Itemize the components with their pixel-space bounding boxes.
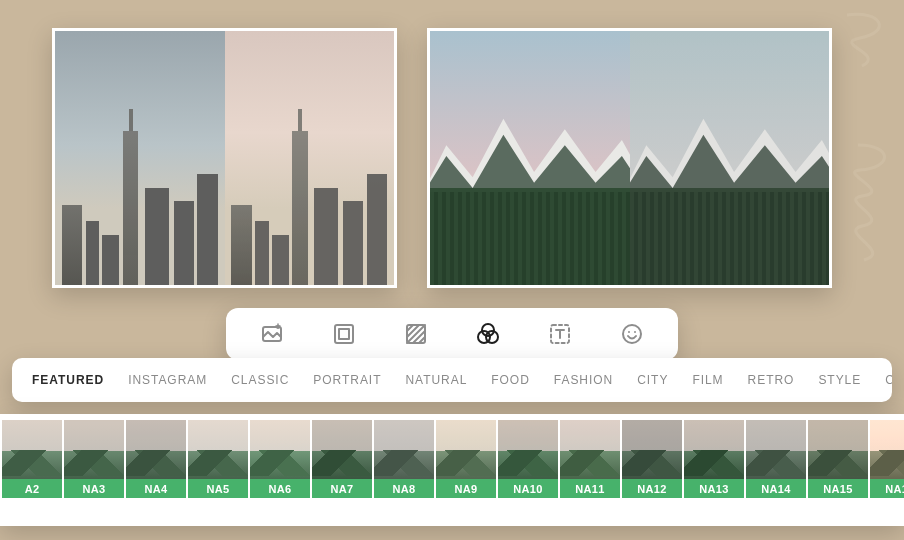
preview-mountain-before — [430, 31, 630, 285]
filter-thumb-na5[interactable]: NA5 — [188, 420, 248, 498]
svg-point-13 — [623, 325, 641, 343]
category-city[interactable]: CITY — [637, 373, 668, 387]
tool-toolbar — [226, 308, 678, 360]
filter-label: NA15 — [808, 479, 868, 498]
filter-label: NA9 — [436, 479, 496, 498]
decoration-squiggle — [848, 140, 898, 270]
filter-label: NA10 — [498, 479, 558, 498]
frame-icon[interactable] — [330, 320, 358, 348]
category-bar: FEATUREDINSTAGRAMCLASSICPORTRAITNATURALF… — [12, 358, 892, 402]
filter-thumb-na15[interactable]: NA15 — [808, 420, 868, 498]
filter-label: NA11 — [560, 479, 620, 498]
category-featured[interactable]: FEATURED — [32, 373, 104, 387]
preview-city: BEFORE AFTER — [52, 28, 397, 288]
filter-label: NA4 — [126, 479, 186, 498]
filters-icon[interactable] — [474, 320, 502, 348]
filter-strip: A2NA3NA4NA5NA6NA7NA8NA9NA10NA11NA12NA13N… — [0, 414, 904, 526]
category-natural[interactable]: NATURAL — [405, 373, 467, 387]
filter-thumb-na7[interactable]: NA7 — [312, 420, 372, 498]
filter-label: NA13 — [684, 479, 744, 498]
texture-icon[interactable] — [402, 320, 430, 348]
category-instagram[interactable]: INSTAGRAM — [128, 373, 207, 387]
filter-thumb-na13[interactable]: NA13 — [684, 420, 744, 498]
filter-thumb-na6[interactable]: NA6 — [250, 420, 310, 498]
category-classic[interactable]: CLASSIC — [231, 373, 289, 387]
filter-label: NA8 — [374, 479, 434, 498]
svg-point-11 — [486, 331, 498, 343]
category-cinematic[interactable]: CINEMATIC — [885, 373, 892, 387]
preview-mountain-after — [630, 31, 830, 285]
filter-thumb-na3[interactable]: NA3 — [64, 420, 124, 498]
preview-city-before — [55, 31, 225, 285]
svg-rect-6 — [335, 325, 353, 343]
sticker-icon[interactable] — [618, 320, 646, 348]
category-fashion[interactable]: FASHION — [554, 373, 613, 387]
preview-city-after — [225, 31, 395, 285]
filter-thumb-na4[interactable]: NA4 — [126, 420, 186, 498]
filter-label: A2 — [2, 479, 62, 498]
filter-label: NA14 — [746, 479, 806, 498]
category-food[interactable]: FOOD — [491, 373, 530, 387]
filter-label: NA7 — [312, 479, 372, 498]
filter-label: NA3 — [64, 479, 124, 498]
filter-thumb-na10[interactable]: NA10 — [498, 420, 558, 498]
filter-label: NA16 — [870, 479, 904, 498]
filter-thumb-na16[interactable]: NA16 — [870, 420, 904, 498]
filter-thumb-na12[interactable]: NA12 — [622, 420, 682, 498]
image-enhance-icon[interactable] — [258, 320, 286, 348]
text-icon[interactable] — [546, 320, 574, 348]
category-style[interactable]: STYLE — [818, 373, 861, 387]
preview-row: BEFORE AFTER BEFORE AFTER — [0, 0, 904, 288]
category-retro[interactable]: RETRO — [748, 373, 795, 387]
filter-thumb-na9[interactable]: NA9 — [436, 420, 496, 498]
filter-label: NA6 — [250, 479, 310, 498]
decoration-squiggle — [842, 10, 896, 70]
category-portrait[interactable]: PORTRAIT — [313, 373, 381, 387]
filter-label: NA5 — [188, 479, 248, 498]
filter-thumb-na11[interactable]: NA11 — [560, 420, 620, 498]
category-film[interactable]: FILM — [692, 373, 723, 387]
svg-rect-7 — [339, 329, 349, 339]
svg-point-15 — [634, 331, 636, 333]
filter-label: NA12 — [622, 479, 682, 498]
filter-thumb-na8[interactable]: NA8 — [374, 420, 434, 498]
filter-thumb-na14[interactable]: NA14 — [746, 420, 806, 498]
preview-mountain: BEFORE AFTER — [427, 28, 832, 288]
svg-point-14 — [628, 331, 630, 333]
filter-thumb-a2[interactable]: A2 — [2, 420, 62, 498]
svg-point-9 — [482, 324, 494, 336]
